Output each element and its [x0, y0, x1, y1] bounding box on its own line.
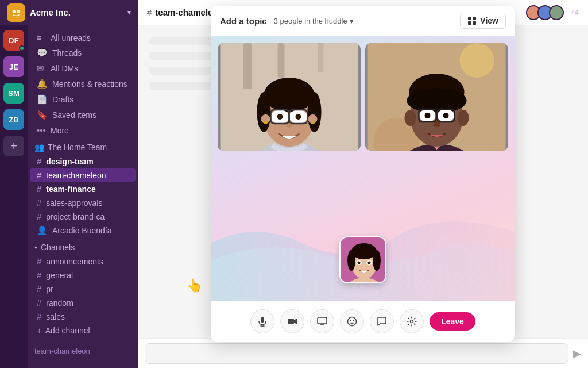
sidebar: Acme Inc. ▾ DF JE SM ZB +	[0, 0, 138, 368]
mic-button[interactable]	[250, 309, 274, 334]
svg-point-37	[405, 110, 416, 126]
svg-point-1	[13, 10, 16, 13]
chat-button[interactable]	[370, 309, 394, 334]
channel-team-chameleon[interactable]: # team-chameleon	[30, 168, 136, 182]
hash-icon: #	[147, 7, 152, 17]
view-button[interactable]: View	[460, 13, 506, 29]
svg-point-53	[373, 250, 381, 271]
self-video-container	[339, 236, 386, 283]
channels-section-header[interactable]: ▾ Channels	[28, 238, 138, 254]
svg-rect-10	[318, 43, 324, 72]
sidebar-item-drafts[interactable]: 📄 Drafts	[30, 92, 136, 107]
sidebar-item-all-dms[interactable]: ✉ All DMs	[30, 61, 136, 76]
hash-icon: #	[37, 170, 41, 180]
add-topic-button[interactable]: Add a topic	[220, 16, 267, 26]
team-icon: 👥	[34, 143, 44, 152]
add-channel-item[interactable]: + Add channel	[30, 324, 136, 337]
dms-icon: ✉	[37, 63, 46, 74]
svg-point-16	[308, 92, 322, 132]
channel-name: sales-approvals	[46, 198, 102, 208]
sidebar-item-label: Mentions & reactions	[52, 79, 127, 89]
channel-name: sales	[46, 312, 65, 321]
svg-point-44	[425, 113, 431, 118]
person-2-video	[365, 43, 508, 151]
video-tile-1	[218, 43, 361, 151]
people-in-huddle[interactable]: 3 people in the huddle ▾	[274, 17, 354, 25]
huddle-panel: Add a topic 3 people in the huddle ▾	[211, 6, 515, 342]
screen-share-button[interactable]	[310, 309, 334, 334]
video-grid	[211, 36, 515, 158]
user-avatar-df[interactable]: DF	[3, 30, 24, 51]
svg-rect-61	[288, 319, 294, 324]
svg-point-24	[277, 114, 283, 120]
sidebar-item-more[interactable]: ••• More	[30, 123, 136, 137]
self-video-tile	[339, 236, 386, 283]
hash-icon: #	[37, 298, 41, 308]
avatar-3	[549, 5, 564, 20]
emoji-button[interactable]	[340, 309, 364, 334]
message-input[interactable]	[145, 343, 568, 364]
hash-icon: #	[37, 284, 41, 294]
channel-name: pr	[46, 285, 53, 294]
user-icon: 👤	[37, 225, 48, 236]
settings-icon	[407, 316, 417, 327]
svg-rect-8	[243, 43, 252, 89]
channel-general[interactable]: # general	[30, 269, 136, 282]
svg-point-28	[311, 121, 315, 124]
svg-point-68	[411, 320, 413, 323]
channel-design-team[interactable]: # design-team	[30, 155, 136, 168]
svg-rect-62	[318, 317, 327, 324]
huddle-overlay: Add a topic 3 people in the huddle ▾	[211, 6, 515, 342]
video-tile-2	[365, 43, 508, 151]
add-workspace-button[interactable]: +	[3, 136, 24, 156]
online-indicator	[19, 45, 25, 51]
more-icon: •••	[37, 125, 46, 135]
svg-point-25	[296, 114, 301, 120]
channel-team-finance[interactable]: # team-finance	[30, 182, 136, 195]
channel-sales[interactable]: # sales	[30, 310, 136, 323]
view-label: View	[480, 16, 498, 25]
sidebar-item-label: All unreads	[51, 33, 91, 43]
channel-name: random	[46, 298, 73, 308]
channel-pr[interactable]: # pr	[30, 282, 136, 296]
person-1-video	[218, 43, 361, 151]
leave-button[interactable]: Leave	[430, 312, 475, 331]
send-button[interactable]: ▶	[573, 347, 581, 360]
channel-announcements[interactable]: # announcements	[30, 255, 136, 268]
user-avatar-sm[interactable]: SM	[3, 83, 24, 103]
svg-point-67	[353, 320, 354, 321]
svg-point-52	[347, 250, 355, 271]
svg-point-14	[264, 78, 315, 112]
svg-point-51	[351, 243, 377, 259]
sidebar-item-threads[interactable]: 💬 Threads	[30, 45, 136, 60]
settings-button[interactable]	[400, 309, 424, 334]
sidebar-item-all-unreads[interactable]: ≡ All unreads	[30, 30, 136, 45]
channels-label: Channels	[41, 243, 75, 252]
threads-icon: 💬	[37, 48, 48, 58]
video-button[interactable]	[280, 309, 304, 334]
wave-background	[211, 158, 515, 301]
channel-random[interactable]: # random	[30, 296, 136, 309]
user-avatar-zb[interactable]: ZB	[3, 109, 24, 130]
grid-icon	[467, 16, 477, 25]
sidebar-item-saved[interactable]: 🔖 Saved items	[30, 108, 136, 122]
team-section-header[interactable]: 👥 The Home Team	[28, 138, 138, 154]
dm-arcadio[interactable]: 👤 Arcadio Buendía	[30, 224, 136, 237]
svg-point-56	[358, 262, 361, 264]
sidebar-item-label: More	[51, 126, 69, 135]
svg-point-30	[460, 43, 494, 78]
channel-sales-approvals[interactable]: # sales-approvals	[30, 196, 136, 209]
drafts-icon: 📄	[37, 94, 48, 105]
channel-project-brand[interactable]: # project-brand-ca	[30, 210, 136, 223]
workspace-dropdown-icon[interactable]: ▾	[127, 9, 131, 17]
svg-point-2	[17, 10, 20, 13]
sidebar-item-label: All DMs	[51, 64, 78, 73]
add-channel-label: Add channel	[45, 326, 90, 335]
hash-icon: #	[37, 256, 41, 266]
sidebar-item-mentions[interactable]: 🔔 Mentions & reactions	[30, 76, 136, 91]
svg-point-46	[434, 121, 440, 127]
user-avatar-je[interactable]: JE	[3, 56, 24, 77]
sidebar-header: Acme Inc. ▾	[0, 0, 138, 25]
collapse-arrow-icon: ▾	[34, 244, 37, 251]
svg-point-57	[368, 262, 371, 264]
